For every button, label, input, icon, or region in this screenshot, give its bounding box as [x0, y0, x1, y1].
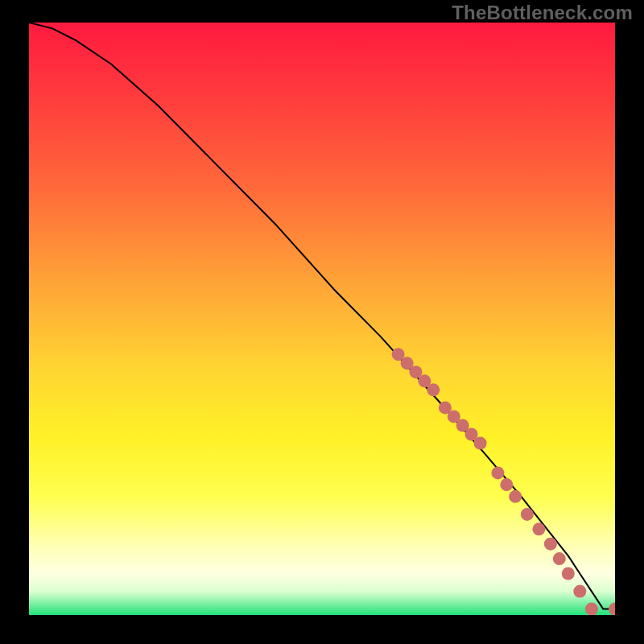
data-marker — [427, 383, 440, 396]
data-marker — [544, 538, 557, 551]
data-marker — [562, 568, 575, 580]
watermark-text: TheBottleneck.com — [452, 2, 633, 24]
data-marker — [532, 522, 545, 535]
curve-layer — [29, 23, 615, 615]
chart-frame: TheBottleneck.com — [0, 0, 644, 644]
data-marker — [509, 490, 522, 503]
bottleneck-curve — [29, 23, 615, 609]
data-marker — [553, 552, 566, 565]
data-marker — [500, 478, 513, 491]
data-marker — [474, 437, 487, 450]
data-marker — [609, 603, 615, 615]
plot-area — [29, 23, 615, 615]
data-marker — [585, 603, 598, 615]
data-marker — [573, 585, 586, 598]
data-marker — [491, 466, 504, 479]
data-marker — [521, 508, 534, 521]
